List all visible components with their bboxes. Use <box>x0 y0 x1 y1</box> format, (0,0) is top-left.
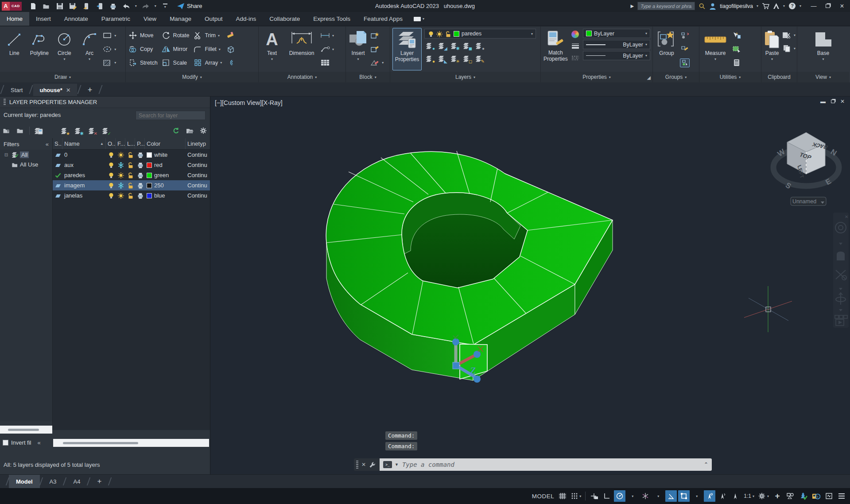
properties-dialog-launcher-icon[interactable]: ◢ <box>647 75 651 81</box>
trim-tool[interactable]: Trim <box>193 29 222 43</box>
tab-add-ins[interactable]: Add-ins <box>229 12 263 26</box>
filter-all[interactable]: ⊟ All <box>0 150 52 159</box>
thaw-icon[interactable] <box>117 192 124 199</box>
graphics-performance-icon[interactable] <box>797 490 809 502</box>
layer-unisolate-tool[interactable]: ◣ <box>437 54 446 63</box>
minimize-button[interactable]: — <box>808 3 819 9</box>
model-uhouse[interactable] <box>326 151 613 380</box>
col-plot[interactable]: P... <box>135 138 145 149</box>
circle-dropdown-icon[interactable] <box>63 57 65 61</box>
linear-dimension-tool[interactable] <box>320 29 342 43</box>
color-cell[interactable]: blue <box>145 190 186 201</box>
annotation-scale-icon[interactable] <box>730 490 741 502</box>
drawing-area[interactable]: Z W S E N <box>210 97 850 474</box>
col-lock[interactable]: L... <box>125 138 135 149</box>
layout-tab-a4[interactable]: A4 <box>66 475 87 488</box>
share-button[interactable]: Share <box>177 3 202 10</box>
plot-icon[interactable] <box>137 182 144 189</box>
isometric-drafting-toggle[interactable] <box>640 490 651 502</box>
measure-dropdown-icon[interactable] <box>714 57 716 61</box>
on-icon[interactable] <box>108 192 114 199</box>
polyline-tool[interactable]: Polyline <box>27 28 52 70</box>
text-tool[interactable]: A Text <box>261 28 283 70</box>
command-grip-icon[interactable] <box>356 461 358 469</box>
panel-title-layers[interactable]: Layers <box>390 72 540 82</box>
command-wrench-icon[interactable] <box>369 461 376 468</box>
import-icon[interactable] <box>95 2 104 10</box>
app-store-cart-icon[interactable] <box>762 3 769 9</box>
redo-dropdown-icon[interactable] <box>155 4 156 8</box>
file-tab-start[interactable]: Start <box>4 84 29 96</box>
layer-dropdown-arrow-icon[interactable] <box>531 32 533 36</box>
hardware-acceleration-icon[interactable]: i <box>810 490 822 502</box>
new-layer-vp-frozen-icon[interactable]: ✱ <box>73 126 83 136</box>
collapse-filters-icon[interactable]: « <box>46 141 49 147</box>
layer-isolate-tool[interactable]: ◢ <box>437 41 446 50</box>
osnap-dropdown-icon[interactable] <box>691 490 703 502</box>
panel-title-utilities[interactable]: Utilities <box>699 72 761 82</box>
refresh-icon[interactable] <box>171 126 181 136</box>
rectangle-dropdown-icon[interactable] <box>114 34 116 38</box>
help-icon[interactable]: ? <box>788 2 796 10</box>
match-properties-tool[interactable]: Match Properties <box>543 28 568 70</box>
new-drawing-tab[interactable]: + <box>82 84 99 96</box>
freeze-icon[interactable] <box>117 162 124 169</box>
tree-collapse-icon[interactable]: ⊟ <box>3 152 10 157</box>
arc-dropdown-icon[interactable] <box>89 57 90 61</box>
new-property-filter-icon[interactable] <box>2 126 12 136</box>
tab-annotate[interactable]: Annotate <box>58 12 95 26</box>
tab-insert[interactable]: Insert <box>29 12 58 26</box>
delete-layer-icon[interactable]: ✕ <box>87 126 97 136</box>
undo-icon[interactable] <box>122 2 131 10</box>
panel-title-modify[interactable]: Modify <box>126 72 258 82</box>
col-name[interactable]: Name▲ <box>62 138 106 149</box>
hatch-dropdown-icon[interactable] <box>114 61 116 65</box>
attributes-dropdown-icon[interactable] <box>382 61 384 65</box>
insert-block-tool[interactable]: Insert <box>348 28 368 70</box>
palette-title-bar[interactable]: LAYER PROPERTIES MANAGER <box>0 97 210 108</box>
plot-icon[interactable] <box>137 192 144 199</box>
edit-attributes-tool[interactable] <box>370 56 388 70</box>
recent-commands-icon[interactable]: ▼ <box>395 462 399 467</box>
clean-screen-toggle[interactable] <box>823 490 834 502</box>
viewcube[interactable]: W S E N BACK LEFT TOP Unnamed <box>773 132 839 205</box>
select-similar-tool[interactable] <box>732 43 749 56</box>
ellipse-dropdown-icon[interactable] <box>114 47 116 51</box>
ortho-mode-toggle[interactable] <box>601 490 613 502</box>
copy-tool[interactable]: Copy <box>128 43 158 56</box>
autodesk-dropdown-icon[interactable] <box>783 4 785 8</box>
panel-title-properties[interactable]: Properties <box>541 72 652 82</box>
username-label[interactable]: tiagofilipesilva <box>720 3 753 9</box>
group-tool[interactable]: Group <box>655 28 678 70</box>
plot-icon[interactable] <box>137 162 144 169</box>
layer-unlock-tool[interactable]: ◻ <box>462 54 471 63</box>
unlock-icon[interactable] <box>127 162 134 169</box>
autodesk-account-icon[interactable] <box>773 3 780 9</box>
table-tool[interactable] <box>320 56 342 70</box>
mobile-transfer-icon[interactable] <box>82 2 91 10</box>
ribbon-display-toggle[interactable] <box>409 12 429 26</box>
create-block-tool[interactable] <box>370 29 388 43</box>
base-view-tool[interactable]: Base <box>811 28 836 70</box>
paste-dropdown-icon[interactable] <box>771 57 773 61</box>
model-viewport[interactable]: Z W S E N <box>210 97 850 474</box>
collapse-pane-icon[interactable]: « <box>38 439 41 446</box>
save-icon[interactable] <box>55 2 64 10</box>
command-input[interactable] <box>401 461 701 469</box>
plot-icon[interactable] <box>109 2 117 10</box>
command-prompt-icon[interactable]: >_ <box>383 461 392 468</box>
help-dropdown-icon[interactable] <box>800 4 801 8</box>
on-icon[interactable] <box>108 172 114 179</box>
workspace-switching-gear[interactable] <box>757 490 770 502</box>
qat-customize-icon[interactable] <box>161 2 170 10</box>
annotation-monitor-plus[interactable]: + <box>772 490 783 502</box>
make-current-tool[interactable]: ● <box>474 41 484 50</box>
circle-tool[interactable]: Circle <box>52 28 77 70</box>
restore-button[interactable] <box>823 3 833 9</box>
tab-collaborate[interactable]: Collaborate <box>263 12 307 26</box>
plot-icon[interactable] <box>137 151 144 159</box>
col-color[interactable]: Color <box>145 138 186 149</box>
on-icon[interactable] <box>108 151 114 159</box>
fillet-dropdown-icon[interactable] <box>219 47 221 51</box>
linetype-dropdown[interactable]: ByLayer <box>583 51 650 60</box>
